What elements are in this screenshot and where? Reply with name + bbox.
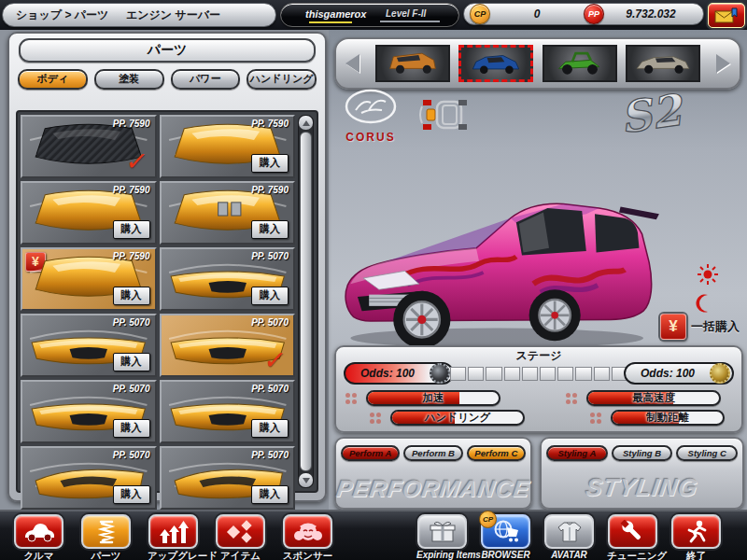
s2-logo-text: S2 bbox=[617, 84, 688, 143]
toolbar-label: BROWSER bbox=[480, 550, 531, 560]
wrench-icon bbox=[616, 520, 650, 544]
player-level: Level F-II bbox=[386, 8, 426, 19]
buy-button[interactable]: 購入 bbox=[251, 154, 289, 173]
part-price: PP. 5070 bbox=[251, 251, 289, 261]
toolbar-sponsor-button[interactable]: スポンサー bbox=[282, 514, 333, 560]
bulk-purchase-label: 一括購入 bbox=[691, 318, 740, 335]
toolbar-expiring-items-button[interactable]: Expiring Items bbox=[416, 514, 468, 560]
buy-button[interactable]: 購入 bbox=[251, 287, 289, 305]
car-icon bbox=[22, 521, 56, 543]
styling-b-button[interactable]: Styling B bbox=[612, 445, 673, 461]
buy-button[interactable]: 購入 bbox=[113, 485, 150, 504]
part-item-gold-hood[interactable]: PP. 7590 購入 bbox=[21, 181, 157, 245]
part-price: PP. 5070 bbox=[251, 450, 289, 460]
perform-b-button[interactable]: Perform B bbox=[403, 445, 462, 461]
toolbar-label: パーツ bbox=[80, 550, 132, 560]
carousel-right-arrow[interactable] bbox=[716, 54, 730, 73]
toolbar-label: アップグレード bbox=[148, 550, 199, 560]
stat-bar-top-speed: 最高速度 bbox=[586, 390, 721, 406]
orange-van-image bbox=[377, 47, 448, 80]
part-item-vented-hood[interactable]: PP. 7590 購入 bbox=[160, 181, 296, 245]
car-carousel bbox=[334, 37, 741, 90]
stat-label: ハンドリング bbox=[392, 412, 523, 424]
perform-a-button[interactable]: Perform A bbox=[341, 445, 400, 461]
stats-row: 加速 最高速度 bbox=[336, 390, 741, 407]
buy-button[interactable]: 購入 bbox=[113, 220, 150, 239]
mail-envelope-icon bbox=[714, 7, 739, 24]
styling-watermark: STYLING bbox=[540, 473, 744, 502]
buy-button[interactable]: 購入 bbox=[251, 485, 289, 504]
tab-handling[interactable]: ハンドリング bbox=[247, 69, 317, 90]
scrollbar-thumb[interactable] bbox=[300, 132, 312, 471]
part-item-front-bumper[interactable]: PP. 5070 購入 bbox=[160, 247, 296, 311]
toolbar-parts-button[interactable]: パーツ bbox=[80, 514, 132, 560]
buy-button[interactable]: 購入 bbox=[113, 419, 150, 438]
stat-dots bbox=[370, 413, 383, 425]
toolbar-avatar-button[interactable]: AVATAR bbox=[543, 514, 595, 560]
part-item-gold-hood-marked[interactable]: ¥ PP. 7590 購入 bbox=[21, 247, 157, 311]
tab-body[interactable]: ボディ bbox=[18, 69, 88, 90]
cp-coin-icon: CP bbox=[470, 4, 490, 24]
stat-label: 最高速度 bbox=[588, 392, 719, 404]
silver-sedan-image bbox=[627, 47, 698, 80]
stat-dots bbox=[590, 413, 603, 425]
toolbar-tuning-button[interactable]: チューニング bbox=[607, 514, 658, 560]
perform-c-button[interactable]: Perform C bbox=[467, 445, 526, 461]
toolbar-items-button[interactable]: アイテム bbox=[215, 514, 266, 560]
scroll-down-arrow[interactable] bbox=[299, 473, 313, 487]
part-item-front-bumper-equipped[interactable]: PP. 5070 ✓ bbox=[160, 314, 296, 377]
pp-coin-icon: PP bbox=[584, 4, 604, 24]
buy-button[interactable]: 購入 bbox=[113, 353, 150, 371]
stat-bar-acceleration: 加速 bbox=[366, 390, 500, 406]
buy-button[interactable]: 購入 bbox=[113, 287, 150, 305]
bulk-purchase-button[interactable]: ¥ 一括購入 bbox=[660, 314, 740, 340]
yen-icon: ¥ bbox=[660, 314, 686, 340]
player-name: thisgamerox bbox=[305, 8, 366, 20]
parts-scrollbar[interactable] bbox=[298, 115, 314, 488]
car-thumb-orange-van[interactable] bbox=[375, 45, 450, 82]
tab-power[interactable]: パワー bbox=[171, 69, 241, 90]
parts-shop-panel: パーツ ボディ 塗装 パワー ハンドリング PP. 7590 ✓ PP. 759… bbox=[7, 32, 327, 502]
car-thumb-blue-hatchback-selected[interactable] bbox=[458, 45, 533, 82]
part-item-front-bumper[interactable]: PP. 5070 購入 bbox=[21, 314, 157, 377]
toolbar-label: アイテム bbox=[215, 550, 266, 560]
styling-a-button[interactable]: Styling A bbox=[546, 445, 608, 461]
shop-panel-title: パーツ bbox=[19, 38, 316, 63]
buy-button[interactable]: 購入 bbox=[251, 419, 289, 438]
carousel-left-arrow[interactable] bbox=[345, 54, 359, 73]
toolbar-upgrade-button[interactable]: アップグレード bbox=[148, 514, 199, 560]
part-price: PP. 7590 bbox=[113, 185, 150, 195]
game-shop-screen: ショップ > パーツ エンジン サーバー thisgamerox Level F… bbox=[0, 0, 747, 560]
scroll-up-arrow[interactable] bbox=[299, 116, 313, 130]
part-price: PP. 7590 bbox=[113, 251, 150, 261]
odds-right-button[interactable]: Odds: 100 bbox=[624, 362, 734, 385]
stat-label: 加速 bbox=[368, 392, 499, 404]
part-item-front-bumper[interactable]: PP. 5070 購入 bbox=[21, 380, 157, 443]
stat-label: 制動距離 bbox=[613, 412, 723, 424]
part-item-carbon-hood[interactable]: PP. 7590 ✓ bbox=[21, 115, 157, 178]
toolbar-label: スポンサー bbox=[282, 550, 333, 560]
green-buggy-image bbox=[544, 47, 615, 80]
sun-icon[interactable] bbox=[697, 263, 719, 286]
buy-button[interactable]: 購入 bbox=[251, 220, 289, 239]
styling-c-button[interactable]: Styling C bbox=[676, 445, 738, 461]
toolbar-exit-button[interactable]: 終了 bbox=[670, 514, 722, 560]
car-thumb-silver-sedan[interactable] bbox=[626, 45, 700, 82]
part-price: PP. 7590 bbox=[251, 119, 289, 129]
toolbar-browser-button[interactable]: CP BROWSER bbox=[480, 514, 531, 560]
car-thumb-green-buggy[interactable] bbox=[543, 45, 617, 82]
gift-box-icon bbox=[426, 520, 459, 544]
part-item-gold-hood[interactable]: PP. 7590 購入 bbox=[160, 115, 296, 178]
performance-watermark: PERFORMANCE bbox=[334, 475, 532, 502]
toolbar-car-button[interactable]: クルマ bbox=[13, 514, 64, 560]
odds-left-button[interactable]: Odds: 100 bbox=[344, 362, 454, 385]
part-item-front-bumper[interactable]: PP. 5070 購入 bbox=[160, 380, 296, 443]
server-name: エンジン サーバー bbox=[126, 7, 220, 23]
moon-icon[interactable] bbox=[695, 293, 715, 314]
upgrade-arrows-icon bbox=[157, 520, 190, 544]
corus-emblem-icon bbox=[343, 88, 399, 127]
part-item-front-bumper-angled[interactable]: PP. 5070 購入 bbox=[160, 446, 296, 510]
tab-paint[interactable]: 塗装 bbox=[94, 69, 164, 90]
mail-button[interactable] bbox=[708, 3, 745, 28]
part-item-front-bumper-angled[interactable]: PP. 5070 購入 bbox=[21, 446, 157, 510]
